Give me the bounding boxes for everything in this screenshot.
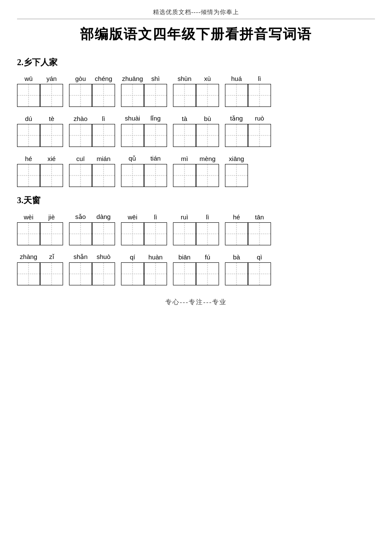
pinyin-label: qì: [248, 253, 271, 261]
char-box: [173, 222, 196, 245]
pinyin-label: zhuāng: [121, 75, 144, 82]
boxes-line: [17, 222, 375, 245]
pinyin-label: wèi: [17, 213, 40, 221]
char-box: [144, 262, 167, 285]
char-box: [69, 222, 92, 245]
pinyin-label: sǎo: [69, 213, 92, 221]
pinyin-label: qǔ: [121, 155, 144, 162]
pinyin-label: biān: [173, 253, 196, 261]
char-box: [17, 164, 40, 187]
char-box: [92, 124, 115, 147]
pinyin-label: shǎn: [69, 253, 92, 261]
char-box: [17, 124, 40, 147]
pinyin-label: lì: [248, 75, 271, 82]
char-box: [225, 84, 248, 107]
char-box: [17, 84, 40, 107]
char-box: [92, 262, 115, 285]
char-box: [196, 84, 219, 107]
pinyin-label: gòu: [69, 75, 92, 82]
box-group: [225, 124, 271, 147]
char-box: [196, 222, 219, 245]
pinyin-label: lì: [144, 213, 167, 221]
section-title-section2: 2.乡下人家: [17, 57, 375, 68]
pinyin-label: mì: [173, 155, 196, 162]
char-box: [40, 124, 63, 147]
pinyin-label: chéng: [92, 75, 115, 82]
box-group: [17, 124, 63, 147]
char-box: [173, 84, 196, 107]
char-box: [121, 262, 144, 285]
char-box: [40, 222, 63, 245]
boxes-line: [17, 84, 375, 107]
box-group: [225, 222, 271, 245]
char-box: [173, 262, 196, 285]
box-group: [225, 262, 271, 285]
char-box: [225, 164, 248, 187]
char-box: [121, 222, 144, 245]
char-box: [69, 124, 92, 147]
pinyin-label: lì: [196, 213, 219, 221]
pinyin-label: bà: [225, 253, 248, 261]
char-box: [92, 84, 115, 107]
box-group: [173, 164, 219, 187]
char-box: [144, 124, 167, 147]
main-title: 部编版语文四年级下册看拼音写词语: [17, 25, 375, 44]
pinyin-label: cuī: [69, 155, 92, 162]
char-box: [225, 124, 248, 147]
pinyin-label: tián: [144, 155, 167, 162]
char-box: [173, 124, 196, 147]
box-group: [225, 84, 271, 107]
boxes-line: [17, 164, 375, 187]
pinyin-label: xù: [196, 75, 219, 82]
box-group: [225, 164, 248, 187]
char-box: [121, 124, 144, 147]
vocab-row: héxiécuīmiánqǔtiánmìmèngxiāng: [17, 155, 375, 187]
vocab-row: wèijièsǎodàngwēilìruìlìhétān: [17, 213, 375, 245]
pinyin-label: xié: [40, 155, 63, 162]
pinyin-label: lǐng: [144, 115, 167, 122]
pinyin-label: zhào: [69, 115, 92, 122]
box-group: [69, 262, 115, 285]
char-box: [144, 222, 167, 245]
box-group: [69, 222, 115, 245]
section-section2: 2.乡下人家wūyángòuchéngzhuāngshìshùnxùhuálìd…: [17, 57, 375, 187]
box-group: [69, 124, 115, 147]
char-box: [69, 262, 92, 285]
vocab-row: dútèzhàolìshuàilǐngtàbùtǎngruò: [17, 115, 375, 147]
footer: 专心---专注---专业: [17, 298, 375, 306]
pinyin-label: wū: [17, 75, 40, 82]
pinyin-label: bù: [196, 115, 219, 122]
pinyin-label: ruò: [248, 115, 271, 122]
char-box: [121, 164, 144, 187]
box-group: [121, 84, 167, 107]
top-subtitle: 精选优质文档----倾情为你奉上: [17, 9, 375, 16]
pinyin-label: wēi: [121, 213, 144, 221]
box-group: [17, 84, 63, 107]
pinyin-label: fú: [196, 253, 219, 261]
char-box: [196, 124, 219, 147]
pinyin-label: hé: [225, 213, 248, 221]
pinyin-line: zhàngzǐshǎnshuòqíhuànbiānfúbàqì: [17, 253, 375, 261]
box-group: [121, 222, 167, 245]
box-group: [69, 164, 115, 187]
pinyin-line: wūyángòuchéngzhuāngshìshùnxùhuálì: [17, 75, 375, 82]
pinyin-label: xiāng: [225, 155, 248, 162]
pinyin-label: huá: [225, 75, 248, 82]
pinyin-label: shùn: [173, 75, 196, 82]
char-box: [248, 84, 271, 107]
pinyin-label: hé: [17, 155, 40, 162]
pinyin-label: mèng: [196, 155, 219, 162]
char-box: [248, 262, 271, 285]
pinyin-label: shuò: [92, 253, 115, 261]
char-box: [17, 222, 40, 245]
boxes-line: [17, 124, 375, 147]
vocab-row: wūyángòuchéngzhuāngshìshùnxùhuálì: [17, 75, 375, 107]
pinyin-label: dú: [17, 115, 40, 122]
pinyin-label: tǎng: [225, 115, 248, 122]
char-box: [40, 262, 63, 285]
top-divider: [17, 19, 375, 19]
section-section3: 3.天窗wèijièsǎodàngwēilìruìlìhétānzhàngzǐs…: [17, 195, 375, 285]
box-group: [173, 84, 219, 107]
char-box: [40, 164, 63, 187]
pinyin-label: dàng: [92, 213, 115, 221]
